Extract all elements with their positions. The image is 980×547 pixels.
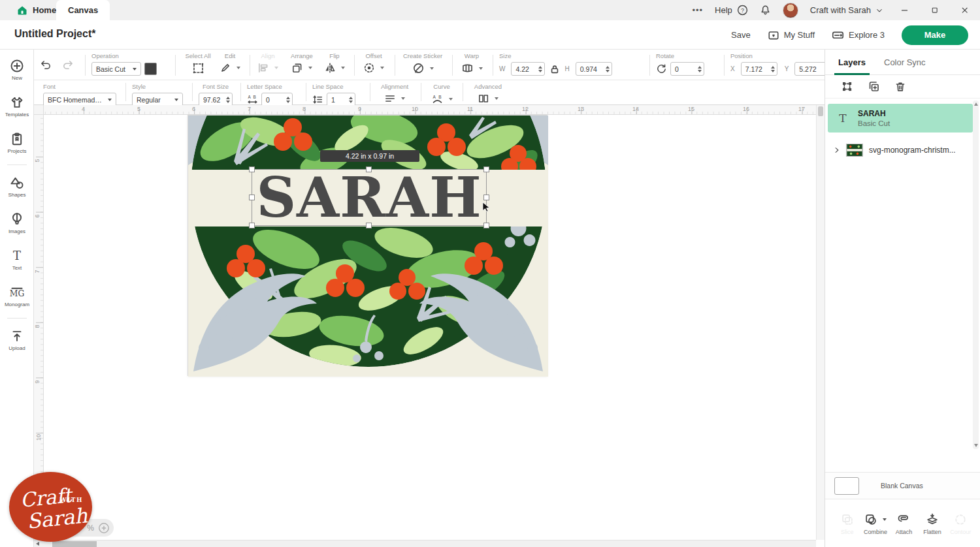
layer-thumbnail (846, 144, 863, 157)
my-stuff-button[interactable]: My Stuff (768, 29, 815, 41)
zoom-in-icon[interactable] (98, 522, 110, 534)
line-space-icon (312, 94, 323, 105)
save-button[interactable]: Save (731, 30, 751, 40)
selection-handle-nw[interactable] (249, 166, 255, 172)
arrange-dropdown[interactable] (291, 62, 312, 74)
explore-button[interactable]: Explore 3 (832, 29, 885, 41)
redo-icon[interactable] (61, 59, 74, 70)
selection-handle-w[interactable] (249, 195, 255, 200)
width-input[interactable]: 4.22 (511, 62, 545, 76)
selection-box[interactable] (252, 169, 487, 226)
edit-dropdown[interactable] (220, 62, 240, 74)
contour-button[interactable]: Contour (947, 513, 975, 547)
sidebar-item-projects[interactable]: Projects (0, 127, 34, 159)
selection-handle-n[interactable] (366, 166, 372, 172)
letter-space-input[interactable]: 0 (261, 93, 293, 106)
height-stepper[interactable] (606, 66, 610, 72)
layer-row-sarah[interactable]: T SARAH Basic Cut (828, 104, 973, 133)
tab-layers[interactable]: Layers (838, 50, 866, 75)
font-size-stepper[interactable] (226, 97, 230, 103)
font-size-label: Font Size (199, 83, 233, 90)
select-all-icon[interactable] (192, 62, 204, 74)
create-sticker-dropdown[interactable] (412, 62, 434, 74)
sidebar-item-text[interactable]: T Text (0, 243, 34, 276)
project-title: Untitled Project* (14, 28, 95, 40)
font-select[interactable]: BFC Homemade Stencil (43, 93, 116, 106)
letter-space-stepper[interactable] (286, 97, 290, 103)
canvas-vertical-scrollbar[interactable] (816, 105, 825, 540)
position-x-input[interactable]: 7.172 (741, 62, 777, 76)
help-button[interactable]: Help ? (715, 5, 748, 16)
scroll-down-icon[interactable] (974, 444, 978, 447)
undo-icon[interactable] (39, 59, 52, 70)
group-icon[interactable] (841, 80, 853, 93)
expand-chevron-icon[interactable] (833, 146, 841, 154)
height-input[interactable]: 0.974 (576, 62, 612, 76)
maximize-button[interactable] (925, 0, 943, 20)
more-menu-icon[interactable]: ••• (692, 5, 703, 15)
align-dropdown[interactable] (257, 62, 278, 74)
operation-select[interactable]: Basic Cut (91, 62, 141, 76)
blank-canvas-row[interactable]: Blank Canvas (825, 472, 980, 499)
curve-dropdown[interactable]: A B (431, 93, 453, 105)
avatar[interactable] (783, 3, 798, 18)
advanced-label: Advanced (469, 83, 507, 90)
blank-canvas-swatch[interactable] (834, 477, 859, 495)
warp-dropdown[interactable] (461, 62, 483, 74)
layer-row-svg-monogram[interactable]: svg-monogram-christm... (828, 139, 973, 161)
selection-handle-se[interactable] (483, 223, 489, 228)
hscroll-left-arrow-icon[interactable] (36, 542, 39, 546)
duplicate-icon[interactable] (868, 80, 880, 93)
align-label: Align (255, 52, 281, 59)
rotate-icon[interactable] (656, 63, 667, 74)
close-button[interactable] (955, 0, 973, 20)
sidebar-item-new[interactable]: New (0, 54, 34, 86)
scroll-up-icon[interactable] (974, 102, 978, 106)
combine-button[interactable]: Combine (861, 513, 889, 547)
selection-handle-sw[interactable] (249, 223, 255, 228)
rotate-input[interactable]: 0 (670, 62, 704, 76)
alignment-dropdown[interactable] (384, 93, 405, 104)
hscroll-thumb[interactable] (52, 541, 97, 547)
line-space-input[interactable]: 1 (327, 93, 355, 106)
tab-color-sync[interactable]: Color Sync (884, 50, 926, 75)
horizontal-ruler: 45 67 89 1011 1213 1415 1617 (44, 105, 816, 115)
font-size-input[interactable]: 97.62 (199, 93, 233, 106)
sidebar-item-upload[interactable]: Upload (0, 324, 34, 356)
width-value: 4.22 (515, 65, 529, 73)
attach-button[interactable]: Attach (890, 513, 918, 547)
width-stepper[interactable] (538, 66, 542, 72)
sidebar-item-monogram[interactable]: MG Monogram (0, 280, 34, 313)
vscroll-thumb[interactable] (818, 106, 823, 116)
delete-trash-icon[interactable] (894, 81, 906, 93)
selection-handle-s[interactable] (366, 223, 372, 228)
account-menu[interactable]: Craft with Sarah (810, 5, 883, 15)
sidebar-item-images[interactable]: Images (0, 207, 34, 240)
selection-handle-e[interactable] (483, 195, 489, 200)
canvas-horizontal-scrollbar[interactable] (34, 540, 816, 547)
font-size-value: 97.62 (203, 96, 220, 104)
offset-dropdown[interactable] (363, 62, 384, 74)
line-space-stepper[interactable] (349, 97, 353, 103)
style-select[interactable]: Regular (132, 93, 183, 106)
sidebar-item-shapes[interactable]: Shapes (0, 170, 34, 203)
rotate-stepper[interactable] (698, 66, 702, 72)
operation-color-swatch[interactable] (144, 63, 157, 75)
slice-button[interactable]: Slice (833, 513, 861, 547)
panel-scrollbar[interactable] (973, 101, 979, 449)
titlebar: Home Canvas ••• Help ? Craft with Sarah (0, 0, 980, 20)
sidebar-item-templates[interactable]: Templates (0, 90, 34, 123)
account-name: Craft with Sarah (810, 5, 871, 15)
flip-dropdown[interactable] (324, 62, 345, 74)
tab-canvas[interactable]: Canvas (56, 0, 110, 20)
selection-handle-ne[interactable] (483, 166, 489, 172)
svg-text:B: B (438, 95, 441, 99)
bell-icon[interactable] (760, 5, 771, 16)
minimize-button[interactable] (895, 0, 913, 20)
canvas-area[interactable]: 45 67 89 1011 1213 1415 1617 56 78 910 (34, 105, 825, 547)
position-x-stepper[interactable] (771, 66, 775, 72)
make-button[interactable]: Make (902, 25, 968, 45)
lock-aspect-icon[interactable] (550, 65, 559, 74)
flatten-button[interactable]: Flatten (918, 513, 946, 547)
advanced-dropdown[interactable] (478, 93, 498, 104)
